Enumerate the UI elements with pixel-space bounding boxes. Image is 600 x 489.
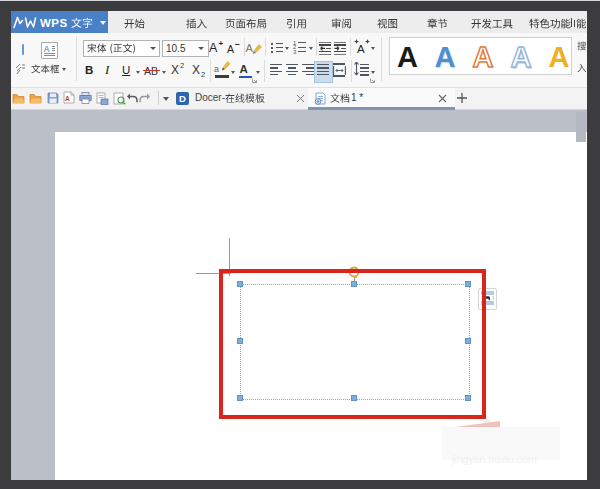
svg-text:A: A [65,95,70,102]
svg-text:jingyan.baidu.com: jingyan.baidu.com [451,453,537,465]
